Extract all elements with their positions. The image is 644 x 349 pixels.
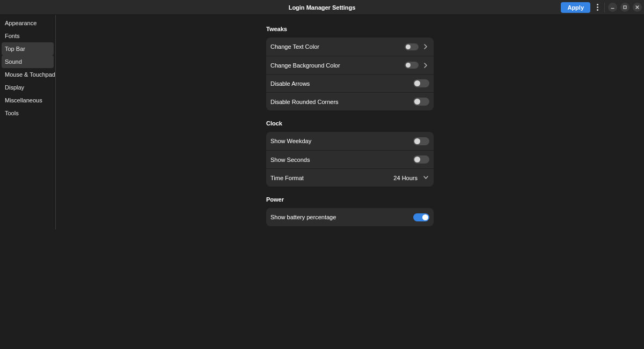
row-label: Show Weekday (270, 138, 413, 144)
list-tweaks: Change Text Color Change Background Colo… (266, 38, 434, 110)
time-format-value: 24 Hours (393, 175, 418, 181)
group-title-tweaks: Tweaks (266, 26, 434, 32)
group-tweaks: Tweaks Change Text Color Change Backgrou… (266, 26, 434, 110)
sidebar-item-mouse-touchpad[interactable]: Mouse & Touchpad (2, 68, 54, 81)
row-label: Disable Arrows (270, 80, 413, 87)
switch-change-background-color[interactable] (405, 62, 419, 69)
row-change-text-color[interactable]: Change Text Color (266, 38, 434, 56)
row-label: Time Format (270, 175, 393, 181)
maximize-button[interactable] (620, 3, 630, 12)
group-title-clock: Clock (266, 120, 434, 127)
row-show-weekday[interactable]: Show Weekday (266, 132, 434, 150)
switch-disable-rounded-corners[interactable] (413, 98, 429, 106)
header-bar: Login Manager Settings Apply (0, 0, 644, 15)
svg-rect-0 (611, 8, 614, 9)
row-show-seconds[interactable]: Show Seconds (266, 150, 434, 168)
caret-down-icon (422, 174, 429, 182)
sidebar-item-top-bar[interactable]: Top Bar (2, 42, 54, 55)
sidebar: Appearance Fonts Top Bar Sound Mouse & T… (0, 15, 56, 229)
separator (604, 3, 605, 12)
row-label: Change Text Color (270, 43, 405, 50)
row-label: Show Seconds (270, 157, 413, 163)
group-clock: Clock Show Weekday Show Seconds Time For… (266, 120, 434, 187)
row-label: Disable Rounded Corners (270, 99, 413, 105)
apply-button[interactable]: Apply (561, 2, 590, 13)
switch-show-battery-percentage[interactable] (413, 213, 429, 221)
window-title: Login Manager Settings (289, 4, 356, 11)
sidebar-item-tools[interactable]: Tools (2, 107, 54, 120)
sidebar-item-miscellaneous[interactable]: Miscellaneous (2, 94, 54, 107)
row-change-background-color[interactable]: Change Background Color (266, 56, 434, 74)
switch-change-text-color[interactable] (405, 43, 419, 50)
row-time-format[interactable]: Time Format 24 Hours (266, 168, 434, 187)
sidebar-item-appearance[interactable]: Appearance (2, 17, 54, 29)
list-power: Show battery percentage (266, 208, 434, 226)
row-disable-rounded-corners[interactable]: Disable Rounded Corners (266, 92, 434, 110)
switch-disable-arrows[interactable] (413, 79, 429, 87)
sidebar-item-display[interactable]: Display (2, 81, 54, 94)
svg-rect-1 (624, 6, 626, 9)
group-title-power: Power (266, 196, 434, 203)
list-clock: Show Weekday Show Seconds Time Format 24… (266, 132, 434, 187)
group-power: Power Show battery percentage (266, 196, 434, 226)
switch-show-seconds[interactable] (413, 155, 429, 164)
main-content: Tweaks Change Text Color Change Backgrou… (56, 15, 644, 349)
chevron-right-icon (422, 62, 429, 69)
header-controls: Apply (561, 2, 642, 13)
switch-show-weekday[interactable] (413, 137, 429, 145)
chevron-right-icon (422, 43, 429, 50)
row-label: Change Background Color (270, 62, 405, 69)
sidebar-item-fonts[interactable]: Fonts (2, 29, 54, 42)
minimize-button[interactable] (608, 3, 617, 12)
row-label: Show battery percentage (270, 214, 413, 220)
sidebar-item-sound[interactable]: Sound (2, 55, 54, 68)
kebab-menu-icon[interactable] (594, 2, 601, 13)
row-show-battery-percentage[interactable]: Show battery percentage (266, 208, 434, 226)
row-disable-arrows[interactable]: Disable Arrows (266, 74, 434, 92)
close-button[interactable] (633, 3, 642, 12)
